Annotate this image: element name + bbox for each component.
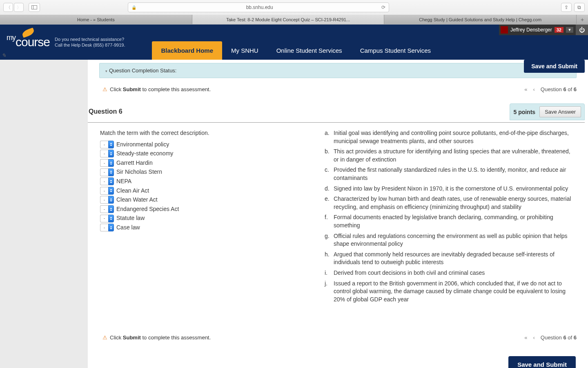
browser-toolbar: 〈 〉 🔒 bb.snhu.edu ⟳ ⇪ ⧉: [0, 0, 588, 15]
description-row: e.Characterized by low human birth and d…: [325, 195, 576, 211]
user-menu[interactable]: Jeffrey Densberger 32 ▼: [499, 26, 576, 34]
description-text: This act provides a structure for identi…: [334, 148, 576, 164]
description-row: f.Formal documents enacted by legislativ…: [325, 213, 576, 229]
select-value: -: [100, 177, 108, 185]
select-stepper-icon[interactable]: [108, 187, 114, 195]
terms-list: -Environmental policy-Steady-state econo…: [100, 141, 312, 232]
logo[interactable]: mycourse Do you need technical assistanc…: [0, 25, 131, 60]
description-letter: f.: [325, 213, 331, 229]
browser-chrome: 〈 〉 🔒 bb.snhu.edu ⟳ ⇪ ⧉ Home - » Student…: [0, 0, 588, 25]
description-row: h.Argued that commonly held resources ar…: [325, 251, 576, 267]
nav-blackboard-home[interactable]: Blackboard Home: [152, 41, 222, 60]
match-row: -Clean Air Act: [100, 187, 312, 195]
save-submit-button[interactable]: Save and Submit: [508, 356, 576, 368]
match-select[interactable]: -: [100, 196, 114, 204]
description-text: Provided the first nationally standardiz…: [334, 166, 576, 182]
description-row: d.Signed into law by President Nixon in …: [325, 185, 576, 193]
select-value: -: [100, 205, 108, 213]
nav-online-services[interactable]: Online Student Services: [267, 41, 351, 60]
browser-tabs: Home - » Students Take Test: 8-2 Module …: [0, 15, 588, 24]
url-bar[interactable]: 🔒 bb.snhu.edu ⟳: [128, 2, 389, 12]
description-row: b.This act provides a structure for iden…: [325, 148, 576, 164]
help-text: Do you need technical assistance? Call t…: [55, 36, 125, 48]
match-select[interactable]: -: [100, 205, 114, 213]
select-stepper-icon[interactable]: [108, 215, 114, 222]
chevron-down-icon: ▾: [105, 69, 107, 73]
select-stepper-icon[interactable]: [108, 224, 114, 231]
match-select[interactable]: -: [100, 150, 114, 157]
save-submit-top[interactable]: Save and Submit: [524, 60, 585, 73]
select-stepper-icon[interactable]: [108, 205, 114, 213]
select-stepper-icon[interactable]: [108, 150, 114, 157]
select-value: -: [100, 150, 108, 157]
term-label: Sir Nicholas Stern: [116, 168, 162, 176]
nav-campus-services[interactable]: Campus Student Services: [351, 41, 440, 60]
forward-button[interactable]: 〉: [14, 3, 24, 12]
tabs-button[interactable]: ⧉: [574, 3, 585, 12]
browser-tab-0[interactable]: Home - » Students: [0, 15, 192, 24]
select-stepper-icon[interactable]: [108, 177, 114, 185]
back-button[interactable]: 〈: [3, 3, 13, 12]
description-text: Initial goal was identifying and control…: [334, 129, 576, 145]
user-bar: Jeffrey Densberger 32 ▼ ⏻: [499, 25, 588, 35]
description-letter: c.: [325, 166, 331, 182]
completion-status-bar[interactable]: ▾Question Completion Status:: [99, 63, 577, 78]
submit-row-bottom: ⚠ Click Submit to complete this assessme…: [88, 310, 588, 344]
match-select[interactable]: -: [100, 224, 114, 231]
nav-my-snhu[interactable]: My SNHU: [222, 41, 267, 60]
description-letter: b.: [325, 148, 331, 164]
question-header: Question 6 5 points Save Answer: [88, 100, 585, 123]
match-row: -NEPA: [100, 177, 312, 186]
question-title: Question 6: [88, 108, 122, 115]
description-row: g.Official rules and regulations concern…: [325, 232, 576, 248]
term-label: Clean Air Act: [116, 187, 149, 195]
select-value: -: [100, 141, 108, 148]
select-stepper-icon[interactable]: [108, 141, 114, 148]
question-nav-bottom: « ‹ Question 6 of 6: [524, 334, 577, 341]
description-text: Characterized by low human birth and dea…: [334, 195, 576, 211]
first-question-button[interactable]: «: [524, 86, 527, 92]
edit-handle-icon[interactable]: ✎: [2, 52, 6, 58]
logout-button[interactable]: ⏻: [576, 25, 588, 35]
match-select[interactable]: -: [100, 187, 114, 195]
url-text: bb.snhu.edu: [138, 4, 381, 10]
term-label: Environmental policy: [116, 141, 169, 149]
first-question-button[interactable]: «: [524, 334, 527, 341]
share-button[interactable]: ⇪: [561, 3, 572, 12]
browser-tab-1[interactable]: Take Test: 8-2 Module Eight Concept Quiz…: [192, 15, 385, 24]
description-text: Official rules and regulations concernin…: [334, 232, 576, 248]
select-value: -: [100, 187, 108, 195]
match-row: -Clean Water Act: [100, 196, 312, 204]
match-select[interactable]: -: [100, 141, 114, 148]
submit-row-top: ⚠ Click Submit to complete this assessme…: [88, 78, 588, 96]
prev-question-button[interactable]: ‹: [533, 86, 535, 92]
browser-tab-2[interactable]: Chegg Study | Guided Solutions and Study…: [384, 15, 577, 24]
new-tab-button[interactable]: +: [577, 15, 588, 24]
sidebar-toggle[interactable]: [29, 3, 40, 12]
match-row: -Statute law: [100, 214, 312, 222]
match-terms-column: Match the term with the correct descript…: [100, 129, 312, 306]
main-nav: Blackboard Home My SNHU Online Student S…: [152, 25, 440, 60]
select-value: -: [100, 168, 108, 176]
match-select[interactable]: -: [100, 168, 114, 176]
app-header: mycourse Do you need technical assistanc…: [0, 25, 588, 60]
reload-icon[interactable]: ⟳: [381, 4, 385, 10]
description-text: Argued that commonly held resources are …: [334, 251, 576, 267]
match-select[interactable]: -: [100, 215, 114, 222]
term-label: NEPA: [116, 177, 131, 186]
prev-question-button[interactable]: ‹: [533, 334, 535, 341]
match-select[interactable]: -: [100, 159, 114, 167]
descriptions-list: a.Initial goal was identifying and contr…: [325, 129, 576, 303]
question-counter: Question 6 of 6: [541, 334, 577, 341]
match-select[interactable]: -: [100, 177, 114, 185]
save-answer-button[interactable]: Save Answer: [539, 106, 581, 117]
description-letter: a.: [325, 129, 331, 145]
select-stepper-icon[interactable]: [108, 196, 114, 204]
select-stepper-icon[interactable]: [108, 168, 114, 176]
question-prompt: Match the term with the correct descript…: [100, 129, 312, 137]
description-row: a.Initial goal was identifying and contr…: [325, 129, 576, 145]
description-letter: i.: [325, 269, 331, 277]
page: Save and Submit ▾Question Completion Sta…: [0, 60, 588, 368]
match-row: -Endangered Species Act: [100, 205, 312, 213]
select-stepper-icon[interactable]: [108, 159, 114, 167]
